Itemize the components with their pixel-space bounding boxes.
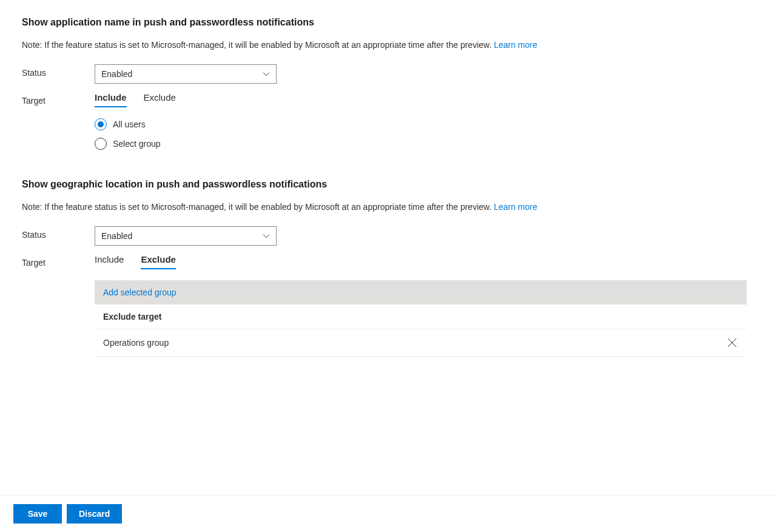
note-text: Note: If the feature status is set to Mi… xyxy=(22,202,494,212)
learn-more-link[interactable]: Learn more xyxy=(494,202,537,212)
status-label: Status xyxy=(22,64,95,78)
geo-location-section: Show geographic location in push and pas… xyxy=(22,179,755,357)
radio-label: Select group xyxy=(113,139,161,149)
add-group-bar: Add selected group xyxy=(95,280,747,305)
radio-all-users[interactable]: All users xyxy=(95,118,755,130)
learn-more-link[interactable]: Learn more xyxy=(494,40,537,50)
chevron-down-icon xyxy=(263,232,270,240)
tab-include[interactable]: Include xyxy=(95,92,127,107)
tab-exclude[interactable]: Exclude xyxy=(144,92,176,107)
status-dropdown[interactable]: Enabled xyxy=(95,226,277,246)
target-label: Target xyxy=(22,254,95,268)
section-title: Show geographic location in push and pas… xyxy=(22,179,755,190)
radio-icon xyxy=(95,118,107,130)
exclude-table: Add selected group Exclude target Operat… xyxy=(95,280,747,357)
section-note: Note: If the feature status is set to Mi… xyxy=(22,40,755,50)
target-tabs: Include Exclude xyxy=(95,254,755,269)
tab-include[interactable]: Include xyxy=(95,254,124,269)
status-value: Enabled xyxy=(101,231,132,241)
exclude-table-header: Exclude target xyxy=(95,305,747,329)
app-name-section: Show application name in push and passwo… xyxy=(22,17,755,150)
chevron-down-icon xyxy=(263,70,270,78)
radio-select-group[interactable]: Select group xyxy=(95,138,755,150)
status-dropdown[interactable]: Enabled xyxy=(95,64,277,84)
footer: Save Discard xyxy=(0,495,777,532)
note-text: Note: If the feature status is set to Mi… xyxy=(22,40,494,50)
group-name: Operations group xyxy=(103,338,169,348)
status-label: Status xyxy=(22,226,95,240)
radio-label: All users xyxy=(113,120,146,129)
add-selected-group-link[interactable]: Add selected group xyxy=(103,288,177,297)
target-label: Target xyxy=(22,92,95,106)
discard-button[interactable]: Discard xyxy=(67,504,122,524)
save-button[interactable]: Save xyxy=(13,504,62,524)
target-tabs: Include Exclude xyxy=(95,92,755,107)
tab-exclude[interactable]: Exclude xyxy=(141,254,176,269)
target-radio-group: All users Select group xyxy=(95,118,755,150)
radio-icon xyxy=(95,138,107,150)
remove-icon[interactable] xyxy=(726,337,738,349)
status-value: Enabled xyxy=(101,69,132,79)
section-note: Note: If the feature status is set to Mi… xyxy=(22,202,755,212)
table-row: Operations group xyxy=(95,329,747,357)
section-title: Show application name in push and passwo… xyxy=(22,17,755,28)
